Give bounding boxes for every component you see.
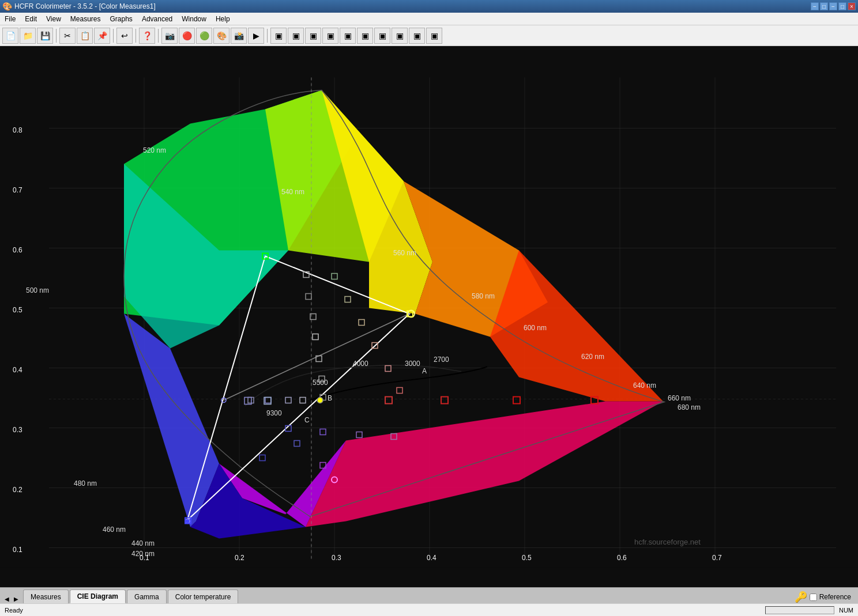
svg-text:0.3: 0.3 [13,426,22,434]
toolbar-btn-palette[interactable]: 🎨 [213,28,229,44]
toolbar-separator [158,29,159,43]
tab-color-temp[interactable]: Color temperature [168,589,239,603]
svg-point-59 [317,398,323,403]
tab-bar: ◀ ▶ Measures CIE Diagram Gamma Color tem… [0,587,858,603]
toolbar-btn-btn4[interactable]: ▣ [322,28,338,44]
svg-text:0.8: 0.8 [13,126,22,134]
svg-text:C: C [304,416,310,424]
num-indicator: NUM [839,607,853,614]
reference-check: 🔑 Reference [795,591,851,603]
toolbar-btn-btn10[interactable]: ▣ [426,28,442,44]
svg-text:480 nm: 480 nm [74,479,97,487]
toolbar-separator [136,29,136,43]
svg-text:0.4: 0.4 [13,366,22,374]
toolbar-btn-btn8[interactable]: ▣ [392,28,408,44]
menu-item-advanced[interactable]: Advanced [137,13,177,25]
svg-text:9300: 9300 [266,409,282,417]
title-bar-controls: − □ − □ × [811,2,856,10]
toolbar-btn-paste[interactable]: 📌 [94,28,110,44]
svg-text:540 nm: 540 nm [281,188,304,196]
toolbar-btn-dot-red[interactable]: 🔴 [179,28,195,44]
svg-text:2700: 2700 [434,356,449,364]
svg-text:0.6: 0.6 [13,246,22,254]
menu-item-window[interactable]: Window [177,13,211,25]
svg-text:520 nm: 520 nm [143,146,166,154]
title-bar-left: 🎨 HCFR Colorimeter - 3.5.2 - [Color Meas… [2,2,156,11]
tab-gamma-label: Gamma [134,593,159,601]
toolbar-btn-btn6[interactable]: ▣ [357,28,373,44]
svg-text:0.2: 0.2 [13,486,22,494]
svg-text:580 nm: 580 nm [472,292,495,300]
menu-item-file[interactable]: File [0,13,20,25]
svg-text:0.5: 0.5 [13,306,22,314]
app-icon: 🎨 [2,2,12,11]
menu-item-measures[interactable]: Measures [66,13,106,25]
svg-text:3000: 3000 [405,360,420,368]
status-bar-right: NUM [765,606,853,614]
reference-label: Reference [819,593,851,601]
cie-diagram: 0.8 0.7 0.6 0.5 0.4 0.3 0.2 0.1 0.1 0.2 … [0,46,858,587]
close-btn[interactable]: × [848,2,856,10]
minimize-btn[interactable]: − [829,2,837,10]
toolbar-btn-save[interactable]: 💾 [37,28,53,44]
svg-text:620 nm: 620 nm [581,353,604,361]
svg-text:460 nm: 460 nm [103,526,126,534]
svg-point-63 [185,519,190,524]
svg-text:0.4: 0.4 [427,554,436,562]
svg-text:660 nm: 660 nm [668,394,691,402]
toolbar-btn-help[interactable]: ❓ [139,28,155,44]
tab-nav[interactable]: ◀ ▶ [2,595,21,603]
svg-text:A: A [422,367,427,375]
toolbar-btn-cam[interactable]: 📷 [161,28,178,44]
tab-cie-label: CIE Diagram [77,592,118,600]
menu-bar: FileEditViewMeasuresGraphsAdvancedWindow… [0,13,858,25]
svg-text:600 nm: 600 nm [524,324,547,332]
toolbar-btn-open[interactable]: 📁 [20,28,36,44]
watermark: hcfr.sourceforge.net [634,538,701,546]
inner-minimize-btn[interactable]: − [811,2,819,10]
menu-item-edit[interactable]: Edit [20,13,42,25]
reference-checkbox[interactable] [810,594,817,601]
toolbar-btn-dot-grn[interactable]: 🟢 [196,28,212,44]
svg-text:0.7: 0.7 [13,186,22,194]
tab-measures[interactable]: Measures [23,589,69,603]
toolbar-btn-cut[interactable]: ✂ [59,28,76,44]
menu-item-view[interactable]: View [42,13,66,25]
tab-next-btn[interactable]: ▶ [12,595,21,603]
toolbar-btn-btn5[interactable]: ▣ [340,28,356,44]
inner-restore-btn[interactable]: □ [820,2,828,10]
toolbar-btn-new[interactable]: 📄 [2,28,18,44]
title-bar: 🎨 HCFR Colorimeter - 3.5.2 - [Color Meas… [0,0,858,13]
toolbar-btn-btn9[interactable]: ▣ [409,28,425,44]
toolbar-btn-btn1[interactable]: ▣ [270,28,287,44]
svg-text:680 nm: 680 nm [678,403,701,411]
toolbar-separator [113,29,114,43]
restore-btn[interactable]: □ [838,2,846,10]
tab-color-temp-label: Color temperature [175,593,231,601]
tab-gamma[interactable]: Gamma [127,589,167,603]
status-bar: Ready NUM [0,603,858,616]
menu-item-help[interactable]: Help [211,13,235,25]
status-progress [765,606,834,614]
main-window: 🎨 HCFR Colorimeter - 3.5.2 - [Color Meas… [0,0,858,616]
toolbar-btn-camera[interactable]: 📸 [231,28,247,44]
toolbar-btn-undo[interactable]: ↩ [116,28,133,44]
toolbar-btn-copy[interactable]: 📋 [77,28,93,44]
svg-text:5500: 5500 [313,379,328,387]
window-title: HCFR Colorimeter - 3.5.2 - [Color Measur… [14,2,156,10]
menu-item-graphs[interactable]: Graphs [106,13,137,25]
svg-text:0.1: 0.1 [13,546,22,554]
toolbar-separator [56,29,57,43]
reference-icon: 🔑 [795,591,807,603]
tab-measures-label: Measures [31,593,61,601]
tab-prev-btn[interactable]: ◀ [2,595,12,603]
toolbar-btn-play[interactable]: ▶ [248,28,264,44]
status-text: Ready [5,607,23,614]
svg-text:0.7: 0.7 [712,554,722,562]
tab-cie-diagram[interactable]: CIE Diagram [70,589,126,603]
svg-text:560 nm: 560 nm [393,249,416,257]
toolbar-btn-btn3[interactable]: ▣ [305,28,321,44]
toolbar-btn-btn2[interactable]: ▣ [288,28,304,44]
svg-text:0.2: 0.2 [235,554,244,562]
toolbar-btn-btn7[interactable]: ▣ [374,28,390,44]
